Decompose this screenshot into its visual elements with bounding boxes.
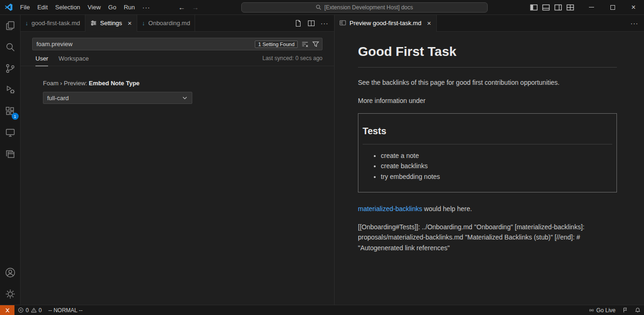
settings-scope-tabs: User Workspace Last synced: 0 secs ago [21,50,334,66]
status-bar: 0 0 -- NORMAL -- Go Live [0,305,644,315]
filter-icon[interactable] [312,41,319,48]
back-arrow-icon[interactable]: ← [178,3,185,11]
left-editor-actions: ··· [289,15,334,31]
list-item: create a note [381,151,612,161]
vscode-logo-icon [4,3,13,12]
toggle-panel-icon[interactable] [542,3,550,12]
explorer-icon[interactable] [0,15,21,36]
search-action-icons [301,41,319,48]
editor-group-right: Preview good-first-task.md × ··· Good Fi… [334,15,644,305]
preview-intro: See the backlinks of this page for good … [358,78,617,88]
minimize-button[interactable] [581,0,602,15]
search-activity-icon[interactable] [0,36,21,58]
bell-icon [635,307,641,313]
broadcast-icon [588,307,595,313]
setting-item-embed-note-type: Foam › Preview: Embed Note Type full-car… [32,66,322,104]
last-synced-label: Last synced: 0 secs ago [262,55,322,66]
status-bar-right: Go Live [585,305,644,315]
menu-go[interactable]: Go [105,0,120,14]
backlink-paragraph: materialized-backlinks would help here. [358,204,617,214]
menu-file[interactable]: File [16,0,34,14]
markdown-icon: ↓ [142,20,145,27]
select-value: full-card [47,95,69,102]
right-tab-bar: Preview good-first-task.md × ··· [335,15,644,32]
source-control-icon[interactable] [0,58,21,79]
link-references-text: [[Onboarding#Tests]]: ../Onboarding.md "… [358,222,617,253]
embedded-note-list: create a note create backlinks try embed… [363,151,612,182]
settings-gear-icon[interactable] [0,283,21,305]
tab-good-first-task[interactable]: ↓ good-first-task.md [21,15,85,31]
extensions-badge: 1 [12,113,19,120]
vscode-window: File Edit Selection View Go Run ··· ← → … [0,0,644,315]
maximize-button[interactable] [602,0,623,15]
more-actions-icon[interactable]: ··· [321,20,329,27]
menu-view[interactable]: View [84,0,105,14]
run-debug-icon[interactable] [0,79,21,101]
feedback-button[interactable] [619,305,631,315]
remote-icon [4,307,11,314]
menu-edit[interactable]: Edit [34,0,51,14]
warning-count: 0 [39,307,42,314]
list-item: try embedding notes [381,171,612,182]
tab-preview-good-first-task[interactable]: Preview good-first-task.md × [335,15,437,31]
go-live-button[interactable]: Go Live [585,305,619,315]
preview-title: Good First Task [358,41,617,68]
menu-selection[interactable]: Selection [51,0,84,14]
notifications-button[interactable] [631,305,644,315]
list-item: create backlinks [381,161,612,171]
tab-label: Settings [100,20,122,27]
open-settings-json-icon[interactable] [294,20,302,27]
activity-bar: 1 [0,15,21,305]
forward-arrow-icon[interactable]: → [192,3,199,11]
command-center-label: [Extension Development Host] docs [324,4,413,11]
editor-area: ↓ good-first-task.md Settings × ↓ Onboar… [21,15,644,305]
minimize-icon [589,7,594,7]
settings-search-input[interactable] [33,38,255,50]
embed-note-type-select[interactable]: full-card [43,92,192,104]
settings-sliders-icon [90,20,97,27]
menu-run[interactable]: Run [120,0,139,14]
problems-indicator[interactable]: 0 0 [14,305,45,315]
remote-indicator[interactable] [0,305,14,315]
menu-more-icon[interactable]: ··· [139,0,154,14]
maximize-icon [610,5,615,10]
markdown-preview: Good First Task See the backlinks of thi… [335,32,644,305]
right-editor-actions: ··· [625,15,644,31]
toggle-secondary-sidebar-icon[interactable] [554,3,562,12]
chevron-down-icon [182,95,188,101]
toggle-sidebar-icon[interactable] [530,3,538,12]
titlebar-right: × [530,0,644,14]
settings-editor: 1 Setting Found User Workspace Last sync… [21,32,334,305]
more-actions-icon[interactable]: ··· [630,20,638,27]
layout-controls [530,3,574,12]
markdown-icon: ↓ [25,20,28,27]
scope-tab-user[interactable]: User [35,55,48,66]
windows-icon[interactable] [0,144,21,165]
setting-name: Embed Note Type [89,80,140,87]
remote-explorer-icon[interactable] [0,122,21,144]
accounts-icon[interactable] [0,262,21,283]
close-tab-icon[interactable]: × [427,20,432,27]
split-editor-icon[interactable] [308,20,315,27]
history-navigation: ← → [178,3,199,11]
extensions-icon[interactable]: 1 [0,101,21,122]
settings-search-box: 1 Setting Found [32,38,322,50]
titlebar: File Edit Selection View Go Run ··· ← → … [0,0,644,15]
materialized-backlinks-link[interactable]: materialized-backlinks [358,205,422,212]
customize-layout-icon[interactable] [566,3,574,12]
menu-bar: File Edit Selection View Go Run ··· [16,0,154,14]
command-center[interactable]: [Extension Development Host] docs [241,2,488,13]
command-center-wrap: [Extension Development Host] docs [199,2,530,13]
error-icon [18,307,24,313]
go-live-label: Go Live [596,307,616,314]
close-tab-icon[interactable]: × [127,20,133,27]
results-count-badge: 1 Setting Found [255,41,298,48]
scope-tab-workspace[interactable]: Workspace [58,55,89,66]
close-window-button[interactable]: × [623,0,644,15]
tab-onboarding[interactable]: ↓ Onboarding.md [137,15,195,31]
search-icon [315,4,322,10]
editor-group-left: ↓ good-first-task.md Settings × ↓ Onboar… [21,15,334,305]
setting-title: Foam › Preview: Embed Note Type [43,80,322,87]
tab-settings[interactable]: Settings × [85,15,138,31]
clear-filters-icon[interactable] [301,41,308,48]
